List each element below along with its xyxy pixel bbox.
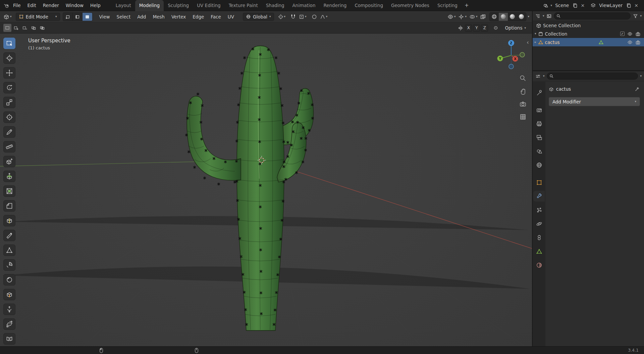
tool-inset-faces[interactable]: [3, 185, 15, 197]
zoom-button[interactable]: [519, 74, 527, 83]
workspace-tab-layout[interactable]: Layout: [112, 0, 135, 11]
properties-options-caret-icon[interactable]: ▾: [640, 75, 642, 78]
proportional-editing-button[interactable]: [311, 13, 318, 21]
menu-render[interactable]: Render: [40, 1, 62, 9]
outliner-editor-caret-icon[interactable]: ▾: [543, 14, 544, 17]
workspace-tab-texture-paint[interactable]: Texture Paint: [225, 0, 262, 11]
properties-search-input[interactable]: [555, 74, 636, 79]
tool-shrink-fatten[interactable]: [3, 304, 15, 315]
collection-camera-icon[interactable]: [635, 31, 641, 37]
workspace-tab-sculpting[interactable]: Sculpting: [164, 0, 193, 11]
tool-smooth[interactable]: [3, 274, 15, 285]
sidebar-collapse-icon[interactable]: ‹: [527, 39, 529, 46]
tool-scale[interactable]: [3, 97, 15, 108]
outliner-row-scene-collection[interactable]: Scene Collection: [533, 21, 644, 30]
mirror-y-button[interactable]: Y: [473, 25, 480, 32]
options-dropdown[interactable]: Options ▾: [504, 24, 527, 32]
add-modifier-button[interactable]: Add Modifier ▾: [549, 97, 640, 106]
menu-select[interactable]: Select: [114, 13, 133, 21]
outliner-filter-caret-icon[interactable]: ▾: [640, 14, 642, 17]
tool-measure[interactable]: [3, 141, 15, 152]
properties-editor-type-button[interactable]: [535, 73, 541, 79]
snap-base-icon[interactable]: [492, 24, 499, 32]
workspace-tab-rendering[interactable]: Rendering: [319, 0, 351, 11]
select-mode-intersect-button[interactable]: [38, 24, 46, 32]
workspace-tab-compositing[interactable]: Compositing: [351, 0, 387, 11]
workspace-tab-scripting[interactable]: Scripting: [433, 0, 462, 11]
blender-logo-icon[interactable]: [3, 2, 9, 8]
menu-help[interactable]: Help: [87, 1, 104, 9]
tab-scene-properties[interactable]: [533, 146, 545, 157]
snap-settings-dropdown[interactable]: ▾: [298, 13, 307, 21]
tab-modifier-properties[interactable]: [533, 191, 545, 202]
show-gizmo-dropdown[interactable]: ▾: [458, 13, 467, 21]
outliner-search-input[interactable]: [562, 14, 628, 18]
tool-spin[interactable]: [3, 259, 15, 271]
viewport-canvas[interactable]: User Perspective (1) cactus Z Y X: [0, 34, 532, 346]
menu-view[interactable]: View: [97, 13, 113, 21]
outliner-row-cactus[interactable]: ▸ cactus: [533, 38, 644, 46]
menu-mesh[interactable]: Mesh: [150, 13, 167, 21]
tab-object-properties[interactable]: [533, 177, 545, 188]
collection-checkbox[interactable]: ✓: [620, 32, 625, 36]
workspace-tab-shading[interactable]: Shading: [262, 0, 288, 11]
select-mode-subtract-button[interactable]: [21, 24, 29, 32]
tool-poly-build[interactable]: [3, 245, 15, 256]
unlink-scene-icon[interactable]: ×: [580, 2, 586, 8]
add-workspace-button[interactable]: +: [462, 0, 472, 11]
properties-editor-caret-icon[interactable]: ▾: [543, 75, 545, 78]
tool-rotate[interactable]: [3, 82, 15, 93]
outliner-editor-type-button[interactable]: [535, 13, 541, 19]
menu-face[interactable]: Face: [208, 13, 224, 21]
tab-particle-properties[interactable]: [533, 205, 545, 215]
view-layer-icon[interactable]: [590, 2, 596, 8]
face-select-button[interactable]: [83, 13, 92, 21]
pin-id-icon[interactable]: [635, 86, 640, 92]
transform-orientation-dropdown[interactable]: Global ▾: [243, 13, 274, 21]
tab-constraint-properties[interactable]: [533, 232, 545, 243]
outliner-search[interactable]: [554, 12, 631, 19]
add-view-layer-icon[interactable]: [626, 2, 632, 8]
scene-name-field[interactable]: Scene: [554, 2, 570, 9]
menu-uv[interactable]: UV: [225, 13, 237, 21]
editor-type-button[interactable]: ▾: [3, 13, 12, 21]
menu-file[interactable]: File: [10, 1, 24, 9]
gizmo-neg-y-axis[interactable]: [520, 52, 525, 57]
menu-add[interactable]: Add: [135, 13, 149, 21]
tool-knife[interactable]: [3, 230, 15, 241]
outliner-row-collection[interactable]: ▾ Collection ✓: [533, 30, 644, 38]
cactus-eye-icon[interactable]: [627, 40, 633, 45]
navigation-gizmo[interactable]: Z Y X: [496, 38, 527, 72]
tab-physics-properties[interactable]: [533, 218, 545, 229]
shading-caret-icon[interactable]: ▾: [528, 15, 529, 18]
remove-view-layer-icon[interactable]: ×: [633, 2, 639, 8]
wireframe-shading-button[interactable]: [490, 13, 499, 21]
scene-caret-icon[interactable]: ▾: [551, 4, 552, 7]
collection-eye-icon[interactable]: [627, 31, 633, 37]
rendered-shading-button[interactable]: [517, 13, 526, 21]
outliner-display-mode-icon[interactable]: [546, 13, 552, 19]
tab-view-layer-properties[interactable]: [533, 132, 545, 143]
pivot-point-dropdown[interactable]: ▾: [277, 13, 286, 21]
tool-annotate[interactable]: [3, 126, 15, 138]
tab-material-properties[interactable]: [533, 260, 545, 270]
gizmo-neg-z-axis[interactable]: [509, 64, 514, 69]
menu-edge[interactable]: Edge: [190, 13, 207, 21]
tab-tool-properties[interactable]: [533, 87, 545, 98]
pan-hand-button[interactable]: [519, 87, 527, 95]
mode-dropdown[interactable]: Edit Mode ▾: [16, 13, 60, 21]
menu-vertex[interactable]: Vertex: [169, 13, 189, 21]
tool-cursor[interactable]: [3, 52, 15, 64]
camera-view-button[interactable]: [519, 100, 527, 108]
tool-loop-cut[interactable]: [3, 215, 15, 226]
cactus-camera-icon[interactable]: [635, 40, 641, 45]
tool-shear[interactable]: [3, 318, 15, 330]
tool-select-box[interactable]: [3, 38, 15, 49]
workspace-tab-uv-editing[interactable]: UV Editing: [193, 0, 224, 11]
mirror-z-button[interactable]: Z: [481, 25, 488, 32]
tool-extrude-region[interactable]: [3, 171, 15, 182]
snap-toggle-button[interactable]: [289, 13, 297, 21]
select-mode-set-button[interactable]: [3, 24, 11, 32]
tool-move[interactable]: [3, 67, 15, 79]
tool-add-cube[interactable]: [3, 156, 15, 167]
